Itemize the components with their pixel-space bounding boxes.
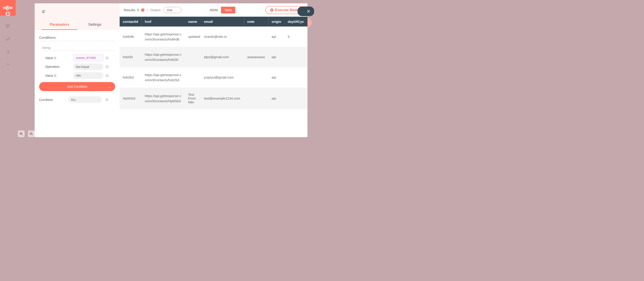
tab-parameters[interactable]: Parameters — [42, 20, 77, 30]
col-name: name — [185, 17, 201, 27]
zoom-in-button[interactable] — [18, 130, 24, 137]
chevron-down-icon: ⌄ — [99, 65, 101, 68]
parameters-body: Conditions: String: Value 1: ricardo_971… — [35, 30, 120, 109]
col-dayOfCycle: dayOfCyc — [285, 17, 308, 27]
zoom-controls — [18, 130, 35, 137]
parameters-panel: IF Parameters Settings Conditions: Strin… — [35, 3, 120, 137]
col-note: note — [244, 17, 268, 27]
value2-input[interactable]: n8n — [73, 72, 103, 79]
output-header: Results: 5 i | Output: true ⌄ JSON Table… — [120, 3, 308, 17]
workflows-icon[interactable] — [5, 24, 10, 29]
value1-input[interactable]: ricardo_971682 — [73, 55, 103, 61]
cell-email: test@example1234.com — [201, 88, 244, 109]
combine-row: Combine: ALL ⌄ — [39, 96, 115, 103]
output-panel: Results: 5 i | Output: true ⌄ JSON Table… — [120, 3, 308, 137]
chevron-down-icon: ⌄ — [97, 98, 99, 101]
svg-point-10 — [106, 57, 107, 58]
svg-point-20 — [106, 76, 107, 77]
add-condition-button[interactable]: Add Condition ⌄ — [39, 82, 115, 91]
json-view-button[interactable]: JSON — [206, 7, 221, 14]
results-count: Results: 5 — [124, 8, 139, 12]
combine-select[interactable]: ALL ⌄ — [68, 96, 102, 103]
value1-options-icon[interactable] — [105, 56, 109, 60]
svg-rect-5 — [8, 24, 10, 26]
combine-value: ALL — [71, 98, 76, 102]
divider: | — [147, 8, 148, 12]
svg-point-25 — [107, 100, 108, 101]
close-icon: ✕ — [306, 9, 310, 14]
string-section-label: String: — [42, 46, 115, 51]
svg-point-18 — [106, 74, 107, 75]
svg-point-3 — [10, 7, 12, 9]
table-row[interactable]: hsbt30https://api.getresponse.com/v3/con… — [120, 47, 308, 67]
node-editor-modal: IF Parameters Settings Conditions: Strin… — [35, 3, 308, 137]
sidebar-expand-icon[interactable] — [6, 12, 10, 16]
app-logo-tile[interactable] — [0, 0, 16, 16]
credentials-key-icon[interactable] — [5, 37, 10, 42]
cell-href: https://api.getresponse.com/v3/contacts/… — [142, 88, 185, 109]
table-header-row: contactId href name email note origin da… — [120, 17, 308, 27]
col-origin: origin — [268, 17, 285, 27]
info-icon[interactable]: i — [141, 8, 144, 12]
svg-point-16 — [106, 67, 107, 68]
output-branch-value: true — [167, 8, 172, 12]
operation-label: Operation: — [45, 65, 73, 69]
svg-point-0 — [3, 7, 5, 9]
cell-name — [185, 47, 201, 67]
app-sidebar — [0, 0, 16, 141]
cell-dayOfCycle — [285, 47, 308, 67]
cell-dayOfCycle — [285, 67, 308, 88]
svg-point-13 — [107, 58, 108, 59]
table-row[interactable]: Hp9Gb3https://api.getresponse.com/v3/con… — [120, 88, 308, 109]
svg-point-12 — [106, 58, 107, 59]
cell-contactId: hsbt30 — [120, 47, 142, 67]
operation-select[interactable]: Not Equal ⌄ — [73, 64, 103, 70]
cell-name — [185, 67, 201, 88]
cell-contactId: hsb2b3 — [120, 67, 142, 88]
operation-options-icon[interactable] — [105, 65, 109, 69]
cell-origin: api — [268, 67, 285, 88]
chevron-down-icon: ⌄ — [108, 85, 111, 88]
logo-icon — [3, 5, 13, 11]
node-title: IF — [42, 10, 112, 14]
cell-origin: api — [268, 88, 285, 109]
output-branch-select[interactable]: true ⌄ — [163, 7, 182, 13]
table-row[interactable]: hsMrdbhttps://api.getresponse.com/v3/con… — [120, 27, 308, 47]
svg-point-7 — [6, 39, 8, 41]
executions-list-icon[interactable] — [5, 50, 10, 55]
svg-point-22 — [106, 98, 107, 99]
combine-label: Combine: — [39, 98, 65, 102]
cell-name: updated — [185, 27, 201, 47]
col-contactId: contactId — [120, 17, 142, 27]
value2-label: Value 2: — [45, 74, 73, 78]
play-icon — [270, 9, 274, 12]
svg-rect-6 — [7, 27, 8, 28]
svg-point-23 — [107, 98, 108, 99]
value1-label: Value 1: — [45, 56, 73, 60]
add-condition-label: Add Condition — [67, 85, 87, 89]
view-toggle: JSON Table — [206, 7, 236, 14]
output-label: Output: — [150, 8, 161, 12]
cell-email: yuiyiyui@gmail.com — [201, 67, 244, 88]
svg-point-21 — [107, 76, 108, 77]
close-modal-button[interactable]: ✕ — [298, 7, 314, 16]
cell-contactId: Hp9Gb3 — [120, 88, 142, 109]
cell-dayOfCycle: 5 — [285, 27, 308, 47]
svg-point-14 — [106, 66, 107, 67]
svg-point-15 — [107, 66, 108, 67]
zoom-out-button[interactable] — [28, 130, 35, 137]
help-icon[interactable] — [5, 62, 10, 68]
svg-point-19 — [107, 74, 108, 75]
table-view-button[interactable]: Table — [221, 7, 235, 14]
cell-href: https://api.getresponse.com/v3/contacts/… — [142, 27, 185, 47]
parameters-header: IF Parameters Settings — [35, 3, 120, 30]
table-row[interactable]: hsb2b3https://api.getresponse.com/v3/con… — [120, 67, 308, 88]
value2-options-icon[interactable] — [105, 74, 109, 77]
operation-value: Not Equal — [76, 65, 89, 69]
svg-point-11 — [107, 57, 108, 58]
tab-settings[interactable]: Settings — [77, 20, 112, 30]
cell-origin: api — [268, 47, 285, 67]
execute-node-label: Execute Node — [275, 8, 299, 12]
combine-options-icon[interactable] — [105, 98, 109, 101]
operation-row: Operation: Not Equal ⌄ — [39, 64, 115, 70]
